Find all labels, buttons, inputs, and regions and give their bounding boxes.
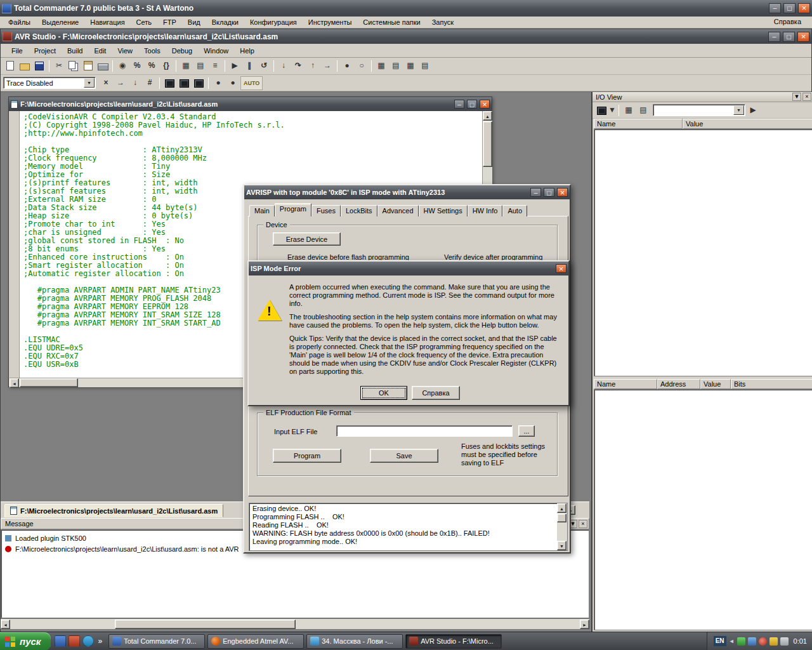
scroll-left-arrow[interactable] (1, 620, 10, 629)
ok-button[interactable]: OK (360, 386, 407, 400)
run-to-cursor-icon[interactable] (320, 59, 334, 73)
menu-item[interactable]: Вкладки (206, 17, 244, 28)
taskbar-clock[interactable]: 0:01 (794, 637, 807, 645)
scroll-down-arrow[interactable] (557, 541, 566, 550)
program-button[interactable]: Program (273, 449, 341, 463)
tab-advanced[interactable]: Advanced (377, 205, 419, 216)
chevron-down-icon[interactable] (84, 78, 95, 88)
minimize-button[interactable] (530, 188, 541, 197)
quick-launch-icon[interactable] (69, 635, 80, 647)
close-button[interactable] (798, 3, 810, 13)
auto-step-button[interactable]: AUTO (240, 76, 263, 90)
menu-item[interactable]: View (112, 45, 138, 56)
tray-antivirus-icon[interactable] (737, 637, 745, 646)
memory-window-icon[interactable] (389, 59, 403, 73)
scroll-right-arrow[interactable] (580, 620, 589, 629)
menu-item[interactable]: Project (29, 45, 62, 56)
cut-icon[interactable] (52, 59, 66, 73)
column-header[interactable]: Bits (731, 379, 812, 389)
show-registers-icon[interactable] (622, 103, 636, 117)
toggle-breakpoint-icon[interactable] (340, 59, 354, 73)
zoom-out-icon[interactable] (145, 59, 159, 73)
open-file-icon[interactable] (18, 59, 32, 73)
column-header[interactable]: Value (700, 379, 731, 389)
tray-volume-icon[interactable] (780, 637, 789, 646)
menu-item[interactable]: Файлы (3, 17, 36, 28)
taskbar-task-avr-studio[interactable]: AVR Studio - F:\Micro... (405, 634, 502, 649)
maximize-button[interactable] (544, 188, 554, 197)
menu-item[interactable]: Навигация (84, 17, 130, 28)
editor-breakpoint-margin[interactable] (10, 111, 20, 378)
menu-item[interactable]: Инструменты (303, 17, 358, 28)
register-table-body[interactable] (594, 389, 812, 630)
chevron-down-icon[interactable] (608, 103, 616, 117)
io-view-icon[interactable] (403, 59, 417, 73)
file-tab[interactable]: F:\Microelectronics\projects\learn\usard… (4, 504, 223, 517)
column-header[interactable]: Name (594, 119, 683, 129)
show-next-statement-icon[interactable] (114, 76, 128, 90)
menu-item[interactable]: Window (198, 45, 234, 56)
menu-item[interactable]: Запуск (426, 17, 459, 28)
scrollbar-thumb[interactable] (483, 121, 492, 167)
tab-program[interactable]: Program (275, 203, 311, 216)
save-file-icon[interactable] (32, 59, 46, 73)
scroll-up-arrow[interactable] (483, 111, 492, 121)
save-button[interactable]: Save (370, 449, 438, 463)
taskbar-task-total-commander[interactable]: Total Commander 7.0... (108, 634, 205, 649)
scrollbar-thumb[interactable] (557, 514, 566, 522)
menu-item-help[interactable]: Справка (768, 17, 807, 27)
pause-icon[interactable] (242, 59, 256, 73)
quick-launch-icon[interactable] (82, 635, 94, 647)
run-icon[interactable] (228, 59, 242, 73)
tab-hw-settings[interactable]: HW Settings (419, 205, 468, 216)
browse-button[interactable]: ... (518, 425, 535, 437)
taskbar-task-browser[interactable]: Engbedded Atmel AV... (207, 634, 304, 649)
zoom-in-icon[interactable] (130, 59, 144, 73)
avr-programmer-icon[interactable] (162, 76, 176, 90)
io-apply-icon[interactable] (746, 103, 760, 117)
close-button[interactable] (557, 188, 568, 197)
menu-item[interactable]: Help (234, 45, 260, 56)
minimize-button[interactable] (768, 32, 780, 42)
workspace-horizontal-scrollbar[interactable] (1, 618, 589, 629)
select-device-icon[interactable] (595, 103, 608, 117)
clear-breakpoints-icon[interactable] (355, 59, 369, 73)
column-header[interactable]: Value (683, 119, 812, 129)
quick-launch-icon[interactable] (55, 635, 66, 647)
input-elf-file-field[interactable] (336, 425, 513, 437)
close-icon[interactable]: × (802, 93, 811, 101)
tray-alert-icon[interactable] (759, 637, 767, 646)
start-button[interactable]: пуск (0, 632, 51, 650)
erase-device-button[interactable]: Erase Device (273, 232, 341, 246)
disassembler-window-icon[interactable] (418, 59, 432, 73)
total-commander-titlebar[interactable]: Total Commander 7.0 public beta 3 - St A… (0, 0, 812, 17)
tray-update-icon[interactable] (769, 637, 778, 646)
toggle-hex-icon[interactable] (143, 76, 157, 90)
column-header[interactable]: Name (594, 379, 657, 389)
stop-target-icon[interactable] (211, 76, 225, 90)
menu-item[interactable]: File (6, 45, 29, 56)
taskbar-task-media[interactable]: 34. Массква - Лови -... (306, 634, 403, 649)
menu-item[interactable]: Конфигурация (244, 17, 303, 28)
chevron-down-icon[interactable] (733, 105, 744, 115)
show-bits-icon[interactable] (636, 103, 650, 117)
project-window-icon[interactable] (179, 59, 193, 73)
chevron-down-icon[interactable]: ▼ (792, 93, 801, 101)
copy-icon[interactable] (67, 59, 81, 73)
clear-trace-icon[interactable] (99, 76, 113, 90)
reset-icon[interactable] (257, 59, 271, 73)
scrollbar-thumb[interactable] (20, 378, 78, 387)
paste-icon[interactable] (81, 59, 95, 73)
stk500-icon[interactable] (177, 76, 191, 90)
step-out-icon[interactable] (306, 59, 320, 73)
braces-icon[interactable] (159, 59, 173, 73)
log-vertical-scrollbar[interactable] (557, 503, 567, 550)
menu-item[interactable]: Edit (88, 45, 112, 56)
isp-error-titlebar[interactable]: ISP Mode Error (249, 262, 568, 275)
menu-item[interactable]: Debug (166, 45, 198, 56)
close-button[interactable] (556, 264, 566, 273)
close-icon[interactable]: × (579, 520, 587, 528)
menu-item[interactable]: Tools (138, 45, 166, 56)
minimize-button[interactable] (769, 3, 781, 13)
hide-tray-icons-chevron[interactable]: ◄ (729, 638, 735, 644)
